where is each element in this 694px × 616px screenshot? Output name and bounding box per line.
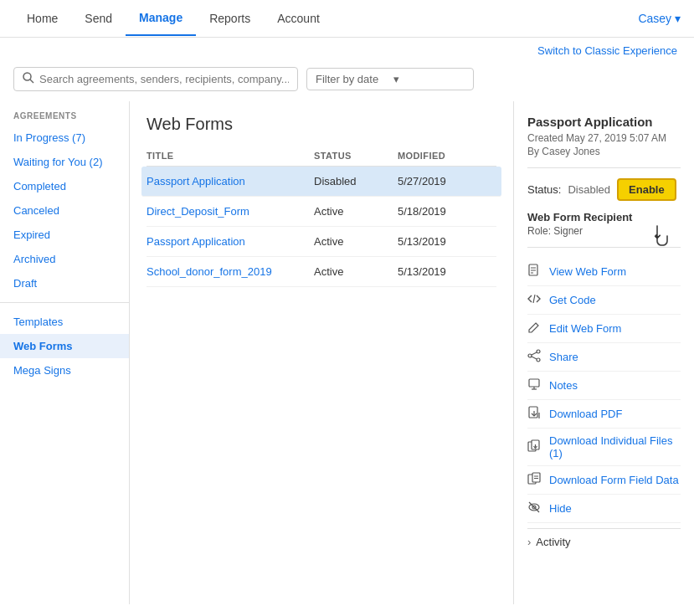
action-view-web-form[interactable]: View Web Form [527, 258, 681, 286]
sidebar-item-canceled[interactable]: Canceled [0, 198, 129, 223]
row-status: Active [314, 235, 398, 248]
row-title: Passport Application [147, 235, 314, 248]
action-label: Get Code [549, 294, 596, 306]
sidebar: AGREEMENTS In Progress (7) Waiting for Y… [0, 101, 130, 604]
code-icon [527, 292, 542, 308]
svg-point-8 [528, 354, 532, 357]
row-modified: 5/13/2019 [398, 235, 496, 248]
panel-created: Created May 27, 2019 5:07 AM [527, 132, 681, 144]
panel-divider [527, 167, 681, 168]
recipient-role: Role: Signer [527, 225, 681, 237]
action-label: Download PDF [549, 408, 622, 420]
sidebar-item-completed[interactable]: Completed [0, 174, 129, 198]
action-download-pdf[interactable]: Download PDF [527, 400, 681, 429]
panel-divider-2 [527, 247, 681, 248]
status-label: Status: [527, 183, 561, 196]
row-status: Active [314, 265, 398, 278]
doc-icon [527, 264, 542, 280]
svg-line-1 [30, 80, 33, 83]
action-share[interactable]: Share [527, 343, 681, 372]
nav-send[interactable]: Send [71, 2, 126, 35]
action-label: Edit Web Form [549, 322, 621, 335]
action-get-code[interactable]: Get Code [527, 286, 681, 315]
recipient-section: Web Form Recipient Role: Signer [527, 211, 681, 237]
hide-icon [527, 501, 542, 516]
chevron-down-icon: ▾ [393, 73, 465, 85]
date-filter-label: Filter by date [316, 73, 387, 85]
date-filter[interactable]: Filter by date ▾ [306, 68, 474, 90]
panel-by: By Casey Jones [527, 146, 681, 157]
action-label: Notes [549, 379, 578, 392]
table-row[interactable]: Passport Application Active 5/13/2019 [147, 227, 496, 257]
row-modified: 5/18/2019 [398, 205, 496, 218]
action-label: Download Form Field Data [549, 474, 679, 486]
svg-point-7 [537, 350, 540, 353]
action-label: Download Individual Files (1) [549, 434, 681, 459]
svg-line-11 [532, 357, 537, 359]
row-title: School_donor_form_2019 [147, 265, 314, 278]
sidebar-item-draft[interactable]: Draft [0, 271, 129, 295]
nav-home[interactable]: Home [13, 2, 71, 35]
action-hide[interactable]: Hide [527, 495, 681, 523]
search-input-wrap[interactable] [13, 67, 298, 91]
table-row[interactable]: School_donor_form_2019 Active 5/13/2019 [147, 257, 496, 287]
form-icon [527, 472, 542, 488]
sidebar-item-mega-signs[interactable]: Mega Signs [0, 358, 129, 382]
panel-title: Passport Application [527, 115, 681, 129]
svg-rect-12 [529, 379, 539, 387]
status-row: Status: Disabled Enable [527, 178, 681, 201]
action-edit-web-form[interactable]: Edit Web Form [527, 315, 681, 343]
status-value: Disabled [568, 183, 610, 196]
action-label: Share [549, 351, 578, 363]
col-header-title: TITLE [147, 151, 314, 161]
pdf-icon [527, 406, 542, 422]
row-modified: 5/27/2019 [398, 175, 496, 187]
action-download-form-field[interactable]: Download Form Field Data [527, 466, 681, 495]
col-header-modified: MODIFIED [398, 151, 496, 161]
svg-line-10 [532, 352, 537, 355]
files-icon [527, 439, 542, 455]
enable-button[interactable]: Enable [617, 178, 676, 201]
search-icon [23, 72, 34, 86]
content-area: Web Forms TITLE STATUS MODIFIED Passport… [130, 101, 514, 604]
svg-rect-15 [529, 407, 537, 418]
chevron-right-icon: › [527, 536, 531, 548]
sidebar-item-waiting[interactable]: Waiting for You (2) [0, 150, 129, 174]
nav-manage[interactable]: Manage [126, 1, 196, 36]
action-download-individual[interactable]: Download Individual Files (1) [527, 429, 681, 466]
svg-point-9 [537, 358, 540, 362]
sidebar-item-web-forms[interactable]: Web Forms [0, 334, 129, 358]
agreements-section-label: AGREEMENTS [0, 111, 129, 126]
table-header: TITLE STATUS MODIFIED [147, 146, 496, 167]
action-label: Hide [549, 502, 572, 515]
user-menu[interactable]: Casey ▾ [638, 12, 681, 25]
col-header-status: STATUS [314, 151, 398, 161]
sidebar-item-expired[interactable]: Expired [0, 223, 129, 247]
svg-point-0 [23, 73, 31, 80]
sidebar-item-in-progress[interactable]: In Progress (7) [0, 126, 129, 150]
row-status: Disabled [314, 175, 398, 187]
row-modified: 5/13/2019 [398, 265, 496, 278]
row-status: Active [314, 205, 398, 218]
svg-line-6 [533, 295, 535, 303]
search-bar: Filter by date ▾ [0, 60, 694, 101]
svg-rect-22 [532, 473, 540, 482]
recipient-title: Web Form Recipient [527, 211, 681, 223]
activity-row[interactable]: › Activity [527, 528, 681, 555]
sidebar-item-templates[interactable]: Templates [0, 310, 129, 334]
right-panel: Passport Application Created May 27, 201… [514, 101, 694, 604]
nav-account[interactable]: Account [264, 2, 333, 35]
table-row[interactable]: Passport Application Disabled 5/27/2019 [141, 167, 501, 197]
row-title: Passport Application [147, 175, 314, 187]
search-input[interactable] [39, 73, 289, 85]
row-title: Direct_Deposit_Form [147, 205, 314, 218]
top-nav: Home Send Manage Reports Account Casey ▾ [0, 0, 694, 38]
action-notes[interactable]: Notes [527, 372, 681, 400]
classic-switch[interactable]: Switch to Classic Experience [0, 38, 694, 60]
sidebar-item-archived[interactable]: Archived [0, 247, 129, 271]
table-row[interactable]: Direct_Deposit_Form Active 5/18/2019 [147, 197, 496, 227]
share-icon [527, 349, 542, 365]
nav-reports[interactable]: Reports [196, 2, 264, 35]
main-layout: AGREEMENTS In Progress (7) Waiting for Y… [0, 101, 694, 604]
edit-icon [527, 321, 542, 336]
